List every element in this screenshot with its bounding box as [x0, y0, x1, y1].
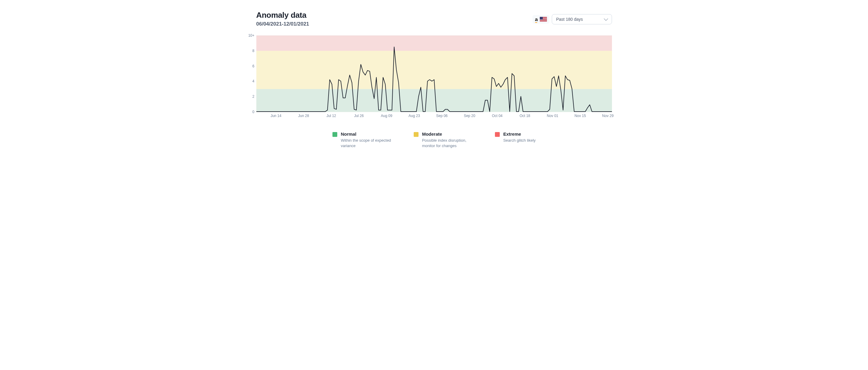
legend-desc: Within the scope of expected variance: [341, 138, 393, 148]
x-tick: Nov 29: [602, 114, 614, 118]
legend-swatch: [495, 132, 500, 137]
x-tick: Jul 26: [354, 114, 364, 118]
chart-date-range: 06/04/2021-12/01/2021: [256, 21, 309, 27]
x-tick: Aug 23: [409, 114, 420, 118]
x-tick: Nov 01: [547, 114, 558, 118]
legend-title: Extreme: [503, 131, 536, 136]
plot-area: [256, 35, 612, 112]
y-tick: 8: [252, 49, 254, 53]
x-tick: Oct 18: [520, 114, 530, 118]
y-axis: 0246810+: [247, 35, 256, 112]
y-tick: 6: [252, 64, 254, 68]
y-tick: 2: [252, 94, 254, 99]
legend-item-green: NormalWithin the scope of expected varia…: [333, 131, 393, 148]
date-range-label: Past 180 days: [556, 17, 583, 22]
legend-title: Moderate: [422, 131, 474, 136]
legend-item-red: ExtremeSearch glitch likely: [495, 131, 536, 148]
date-range-dropdown[interactable]: Past 180 days: [552, 14, 612, 24]
y-tick: 4: [252, 79, 254, 83]
marketplace-selector[interactable]: a: [532, 15, 549, 24]
x-tick: Jun 14: [271, 114, 281, 118]
chart-controls: a Past 180 days: [532, 14, 612, 24]
legend-title: Normal: [341, 131, 393, 136]
x-tick: Jul 12: [327, 114, 336, 118]
legend-swatch: [333, 132, 337, 137]
line-series: [256, 35, 612, 112]
legend-desc: Possible index disruption, monitor for c…: [422, 138, 474, 148]
chart-title: Anomaly data: [256, 10, 309, 20]
x-tick: Sep 20: [464, 114, 475, 118]
us-flag-icon: [540, 17, 547, 22]
legend-swatch: [414, 132, 418, 137]
y-tick: 0: [252, 110, 254, 114]
x-tick: Aug 09: [381, 114, 392, 118]
x-axis: Jun 14Jun 28Jul 12Jul 26Aug 09Aug 23Sep …: [256, 112, 612, 118]
anomaly-chart-card: Anomaly data 06/04/2021-12/01/2021 a Pas…: [217, 0, 651, 148]
x-tick: Oct 04: [492, 114, 502, 118]
chart-header: Anomaly data 06/04/2021-12/01/2021 a Pas…: [217, 0, 651, 27]
x-tick: Nov 15: [575, 114, 586, 118]
y-tick: 10+: [248, 33, 254, 38]
x-tick: Sep 06: [436, 114, 448, 118]
amazon-logo-icon: a: [535, 17, 538, 22]
x-tick: Jun 28: [298, 114, 309, 118]
legend-desc: Search glitch likely: [503, 138, 536, 143]
chevron-down-icon: [603, 17, 608, 21]
legend: NormalWithin the scope of expected varia…: [326, 131, 542, 148]
chart-area: 0246810+ Jun 14Jun 28Jul 12Jul 26Aug 09A…: [247, 35, 612, 118]
legend-item-yellow: ModeratePossible index disruption, monit…: [414, 131, 474, 148]
